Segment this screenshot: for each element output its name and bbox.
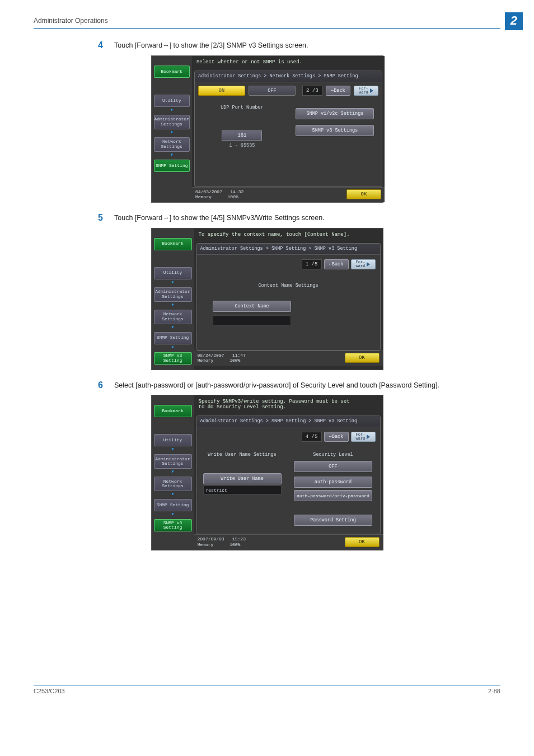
snmp-v1v2c-settings-button[interactable]: SNMP v1/v2c Settings — [296, 108, 374, 119]
sidebar-admin-settings[interactable]: AdministratorSettings — [154, 287, 192, 302]
page-footer: C253/C203 2-88 — [34, 685, 500, 694]
page-header: Administrator Operations 2 — [34, 17, 500, 32]
sidebar-snmp-setting[interactable]: SNMP Setting — [154, 499, 192, 511]
step-text-part: Touch [Forward — [114, 214, 162, 222]
back-label: Back — [334, 88, 345, 94]
sidebar-network-settings[interactable]: NetworkSettings — [154, 137, 190, 152]
screenshot-snmpv3-4-5: Bookmark Utility ▾ AdministratorSettings… — [151, 395, 383, 550]
page-indicator: 2 /3 — [302, 86, 322, 96]
chevron-down-icon: ▾ — [152, 281, 194, 285]
sidebar-admin-settings[interactable]: AdministratorSettings — [154, 115, 190, 129]
step-6: 6 Select [auth-password] or [auth-passwo… — [95, 380, 500, 391]
context-name-button[interactable]: Context Name — [213, 301, 291, 312]
status-datetime: 04/03/2007 14:32 Memory 100% — [195, 189, 243, 200]
chevron-down-icon: ▾ — [152, 492, 194, 497]
chevron-down-icon: ▾ — [152, 303, 194, 307]
sidebar-utility[interactable]: Utility — [154, 434, 192, 446]
on-button[interactable]: ON — [198, 86, 245, 96]
forward-button[interactable]: For-ward — [351, 259, 376, 269]
step-number: 6 — [95, 380, 103, 391]
bookmark-button[interactable]: Bookmark — [154, 66, 190, 78]
screenshot-snmpv3-1-5: Bookmark Utility ▾ AdministratorSettings… — [151, 228, 383, 370]
forward-button[interactable]: For-ward — [354, 86, 378, 96]
memory-value: 100% — [229, 358, 240, 363]
forward-arrow-icon — [367, 435, 370, 439]
step-text-part: ] to show the [4/5] SNMPv3/Write Setting… — [170, 214, 325, 222]
security-level-auth-button[interactable]: auth-password — [294, 477, 372, 488]
chevron-down-icon: ▾ — [152, 130, 192, 135]
step-number: 5 — [95, 213, 103, 223]
screenshot-snmp-2-3: Bookmark Utility ▾ AdministratorSettings… — [151, 55, 383, 203]
sidebar-snmp-setting[interactable]: SNMP Setting — [154, 160, 190, 172]
forward-arrow-glyph: → — [162, 214, 170, 222]
forward-button[interactable]: For-ward — [351, 432, 376, 442]
sidebar-snmp-setting[interactable]: SNMP Setting — [154, 332, 192, 344]
chevron-down-icon: ▾ — [152, 108, 192, 113]
header-title: Administrator Operations — [34, 17, 500, 27]
sidebar-admin-settings[interactable]: AdministratorSettings — [154, 454, 192, 469]
status-date: 08/24/2007 — [198, 353, 224, 358]
step-text: Touch [Forward→] to show the [2/3] SNMP … — [114, 40, 308, 51]
chevron-down-icon: ▾ — [152, 346, 194, 350]
back-button[interactable]: ←Back — [324, 432, 349, 442]
status-date: 04/03/2007 — [195, 189, 222, 194]
sidebar-network-settings[interactable]: NetworkSettings — [154, 477, 192, 491]
back-button[interactable]: ←Back — [324, 259, 349, 269]
security-level-title: Security Level — [313, 450, 353, 461]
forward-arrow-icon — [370, 88, 373, 93]
sidebar-network-settings[interactable]: NetworkSettings — [154, 310, 192, 324]
screen-message: Specify SNMPv3/write setting. Password m… — [194, 395, 383, 416]
security-level-off-button[interactable]: OFF — [294, 461, 372, 472]
forward-label: For-ward — [356, 433, 366, 441]
ok-button[interactable]: OK — [345, 537, 380, 547]
step-text: Touch [Forward→] to show the [4/5] SNMPv… — [114, 213, 325, 223]
breadcrumb: Administrator Settings > SNMP Setting > … — [197, 416, 380, 427]
memory-label: Memory — [195, 194, 212, 199]
status-datetime: 08/24/2007 11:47 Memory 100% — [198, 353, 246, 363]
context-name-value — [213, 315, 291, 325]
sidebar: Bookmark Utility ▾ AdministratorSettings… — [152, 395, 194, 549]
ok-button[interactable]: OK — [346, 189, 381, 199]
password-setting-button[interactable]: Password Setting — [294, 515, 372, 526]
sidebar-utility[interactable]: Utility — [154, 95, 190, 107]
chevron-down-icon: ▾ — [152, 325, 194, 330]
status-time: 15:23 — [232, 536, 246, 542]
status-date: 2007/09/03 — [198, 536, 224, 542]
bookmark-button[interactable]: Bookmark — [154, 405, 192, 417]
sidebar-utility[interactable]: Utility — [154, 267, 192, 279]
screen-message: To specify the context name, touch [Cont… — [194, 228, 383, 243]
memory-label: Memory — [198, 358, 214, 363]
forward-arrow-glyph: → — [162, 41, 170, 49]
page-indicator: 1 /5 — [302, 259, 322, 269]
write-user-name-settings-title: Write User Name Settings — [208, 450, 276, 461]
screen-message: Select whether or not SNMP is used. — [192, 56, 385, 71]
security-level-authpriv-button[interactable]: auth-password/priv-password — [294, 490, 372, 501]
write-user-name-button[interactable]: Write User Name — [203, 473, 282, 484]
udp-port-value[interactable]: 161 — [222, 130, 262, 141]
back-button[interactable]: ←Back — [326, 86, 350, 96]
bookmark-button[interactable]: Bookmark — [154, 238, 192, 250]
step-number: 4 — [95, 40, 103, 51]
status-time: 11:47 — [232, 353, 246, 358]
forward-label: For-ward — [356, 260, 366, 268]
snmp-v3-settings-button[interactable]: SNMP v3 Settings — [296, 125, 374, 136]
ok-button[interactable]: OK — [345, 353, 380, 363]
sidebar-snmp-v3-setting[interactable]: SNMP v3 Setting — [154, 352, 192, 365]
sidebar: Bookmark Utility ▾ AdministratorSettings… — [152, 56, 192, 202]
sidebar: Bookmark Utility ▾ AdministratorSettings… — [152, 228, 194, 370]
udp-port-range: 1 - 65535 — [229, 143, 255, 148]
footer-page: 2-88 — [488, 688, 500, 694]
step-text: Select [auth-password] or [auth-password… — [114, 380, 439, 391]
off-button[interactable]: OFF — [249, 86, 296, 96]
chevron-down-icon: ▾ — [152, 153, 192, 157]
breadcrumb: Administrator Settings > Network Setting… — [195, 71, 382, 82]
write-user-name-value: restrict — [203, 486, 282, 494]
header-rule — [34, 28, 500, 29]
chevron-down-icon: ▾ — [152, 447, 194, 452]
step-5: 5 Touch [Forward→] to show the [4/5] SNM… — [95, 213, 500, 223]
forward-label: For-ward — [359, 87, 368, 95]
back-label: Back — [332, 262, 343, 267]
memory-value: 100% — [229, 542, 240, 547]
step-4: 4 Touch [Forward→] to show the [2/3] SNM… — [95, 40, 500, 51]
sidebar-snmp-v3-setting[interactable]: SNMP v3 Setting — [154, 519, 192, 531]
